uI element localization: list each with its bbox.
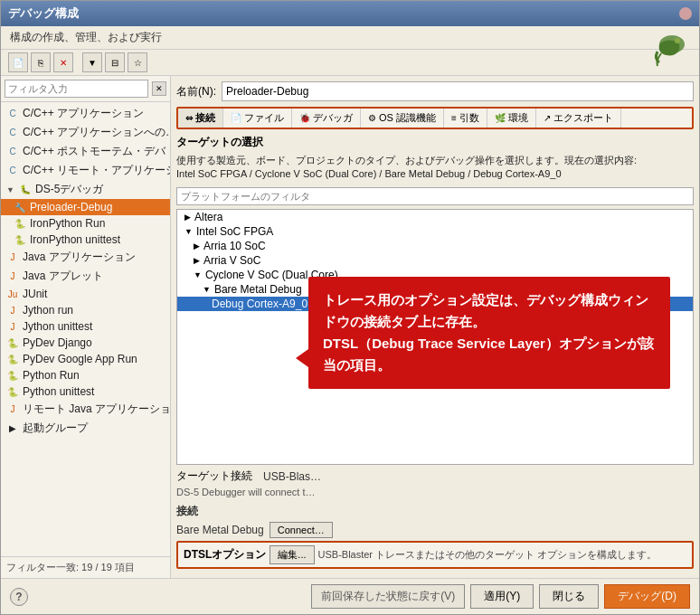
filter-clear-btn[interactable]: ✕ — [152, 81, 166, 96]
filter-footer: フィルター一致: 19 / 19 項目 — [1, 556, 170, 578]
dtsl-edit-btn[interactable]: 編集... — [270, 545, 314, 564]
bottom-bar: ? 前回保存した状態に戻す(V) 適用(Y) 閉じる デバッグ(D) — [1, 578, 699, 614]
target-connection-label: ターゲット接続 — [176, 468, 258, 484]
dtsl-description: USB-Blaster トレースまたはその他のターゲット オプションを構成します… — [318, 548, 686, 562]
preloader-icon: 🔧 — [14, 201, 26, 213]
close-btn[interactable] — [679, 7, 692, 20]
close-button[interactable]: 閉じる — [539, 584, 599, 609]
preloader-debug-item[interactable]: 🔧 Preloader-Debug — [1, 199, 170, 215]
filter-btn[interactable]: ▼ — [82, 52, 102, 72]
target-description: 使用する製造元、ボード、プロジェクトのタイプ、およびデバッグ操作を選択します。現… — [176, 154, 694, 182]
junit-icon: Ju — [6, 288, 19, 300]
tab-connection[interactable]: ⇔ 接続 — [178, 109, 223, 128]
cyclone-v-arrow-icon: ▼ — [194, 270, 202, 279]
remote-java-icon: J — [6, 403, 19, 416]
filter-input[interactable] — [5, 80, 148, 98]
java-app-icon: J — [6, 251, 19, 264]
intel-soc-item[interactable]: ▼ Intel SoC FPGA — [177, 224, 693, 239]
tabs-bar: ⇔ 接続 📄 ファイル 🐞 デバッガ ⚙ OS 認識機能 ≡ 引数 — [176, 107, 694, 129]
window-title: デバッグ構成 — [8, 5, 79, 22]
ironpython-run-item[interactable]: 🐍 IronPython Run — [1, 215, 170, 232]
java-applet-item[interactable]: J Java アプレット — [1, 267, 170, 286]
pydev-django-item[interactable]: 🐍 PyDev Django — [1, 335, 170, 351]
bare-metal-row: Bare Metal Debug Connect… — [176, 522, 694, 538]
arria10-item[interactable]: ▶ Arria 10 SoC — [177, 239, 693, 253]
new-config-btn[interactable]: 📄 — [8, 52, 28, 72]
tab-debugger[interactable]: 🐞 デバッガ — [292, 109, 361, 128]
platform-filter-input[interactable] — [176, 187, 694, 205]
ds5-icon: 🐛 — [19, 184, 32, 196]
connection-tab-icon: ⇔ — [185, 113, 193, 123]
connect-btn[interactable]: Connect… — [270, 522, 333, 538]
subtitle-bar: 構成の作成、管理、および実行 — [1, 26, 699, 50]
ironpython-test-item[interactable]: 🐍 IronPython unittest — [1, 232, 170, 248]
launch-group-icon: ▶ — [6, 422, 19, 435]
java-app-item[interactable]: J Java アプリケーション — [1, 248, 170, 267]
ds5-connect-row: DS-5 Debugger will connect t… — [176, 487, 694, 497]
launch-group-item[interactable]: ▶ 起動グループ — [1, 419, 170, 438]
python-test-item[interactable]: 🐍 Python unittest — [1, 383, 170, 400]
export-tab-icon: ↗ — [544, 113, 551, 123]
java-applet-icon: J — [6, 270, 19, 283]
expand-btn[interactable]: ☆ — [128, 52, 147, 72]
tab-file[interactable]: 📄 ファイル — [223, 109, 292, 128]
cpp-app-icon: C — [6, 108, 19, 120]
pydev-django-icon: 🐍 — [6, 336, 19, 349]
junit-item[interactable]: Ju JUnit — [1, 286, 170, 302]
arria-v-item[interactable]: ▶ Arria V SoC — [177, 253, 693, 268]
left-panel: ✕ C C/C++ アプリケーション C C/C++ アプリケーションへの… C… — [1, 76, 171, 578]
ds5-connect-text: DS-5 Debugger will connect t… — [176, 487, 315, 497]
dtsl-label: DTSLオプション — [184, 547, 266, 563]
delete-config-btn[interactable]: ✕ — [53, 52, 73, 72]
debugger-tab-icon: 🐞 — [299, 113, 310, 123]
target-section-title: ターゲットの選択 — [176, 135, 694, 150]
pydev-google-icon: 🐍 — [6, 353, 19, 365]
remote-java-item[interactable]: J リモート Java アプリケーショ… — [1, 400, 170, 419]
python-run-item[interactable]: 🐍 Python Run — [1, 367, 170, 383]
toolbar-row: 📄 ⎘ ✕ ▼ ⊟ ☆ — [1, 50, 699, 76]
callout-overlay: トレース用のオプション設定は、デバッグ構成ウィンドウの接続タブ上に存在。DTSL… — [308, 277, 670, 389]
list-item[interactable]: C C/C++ アプリケーション — [1, 104, 170, 123]
name-row: 名前(N): — [176, 81, 694, 101]
altera-item[interactable]: ▶ Altera — [177, 210, 693, 224]
tab-env[interactable]: 🌿 環境 — [487, 109, 536, 128]
jython-test-icon: J — [6, 320, 19, 333]
ds5-debugger-item[interactable]: ▼ 🐛 DS-5デバッガ — [1, 180, 170, 199]
list-item[interactable]: C C/C++ アプリケーションへの… — [1, 123, 170, 142]
copy-config-btn[interactable]: ⎘ — [31, 52, 51, 72]
bare-metal-label: Bare Metal Debug — [176, 524, 264, 536]
list-item[interactable]: C C/C++ リモート・アプリケーシ… — [1, 161, 170, 180]
app-tree: C C/C++ アプリケーション C C/C++ アプリケーションへの… C C… — [1, 102, 170, 556]
jython-run-item[interactable]: J Jython run — [1, 302, 170, 318]
revert-button[interactable]: 前回保存した状態に戻す(V) — [311, 584, 465, 609]
cpp-app2-icon: C — [6, 127, 19, 139]
env-tab-icon: 🌿 — [495, 113, 506, 123]
python-run-icon: 🐍 — [6, 369, 19, 382]
arria10-arrow-icon: ▶ — [194, 241, 200, 251]
list-item[interactable]: C C/C++ ポストモーテム・デバ — [1, 142, 170, 161]
arria-v-arrow-icon: ▶ — [194, 256, 200, 265]
logo-icon — [647, 33, 692, 70]
apply-button[interactable]: 適用(Y) — [470, 584, 534, 609]
file-tab-icon: 📄 — [231, 113, 241, 123]
title-bar: デバッグ構成 — [1, 1, 699, 26]
python-test-icon: 🐍 — [6, 385, 19, 398]
connection-label: 接続 — [176, 504, 694, 519]
cpp-remote-icon: C — [6, 165, 19, 177]
bare-metal-arrow-icon: ▼ — [203, 285, 211, 294]
altera-arrow-icon: ▶ — [184, 213, 191, 222]
debug-button[interactable]: デバッグ(D) — [604, 584, 690, 609]
jython-run-icon: J — [6, 304, 19, 317]
name-label: 名前(N): — [176, 84, 216, 99]
name-input[interactable] — [222, 81, 694, 101]
ironpython-run-icon: 🐍 — [14, 217, 26, 230]
pydev-google-item[interactable]: 🐍 PyDev Google App Run — [1, 351, 170, 367]
dtsl-row: DTSLオプション 編集... USB-Blaster トレースまたはその他のタ… — [176, 541, 694, 569]
jython-test-item[interactable]: J Jython unittest — [1, 318, 170, 335]
tab-export[interactable]: ↗ エクスポート — [536, 109, 621, 128]
os-tab-icon: ⚙ — [368, 113, 376, 123]
tab-args[interactable]: ≡ 引数 — [444, 109, 487, 128]
collapse-btn[interactable]: ⊟ — [105, 52, 125, 72]
tab-os[interactable]: ⚙ OS 認識機能 — [361, 109, 444, 128]
help-button[interactable]: ? — [10, 588, 28, 606]
